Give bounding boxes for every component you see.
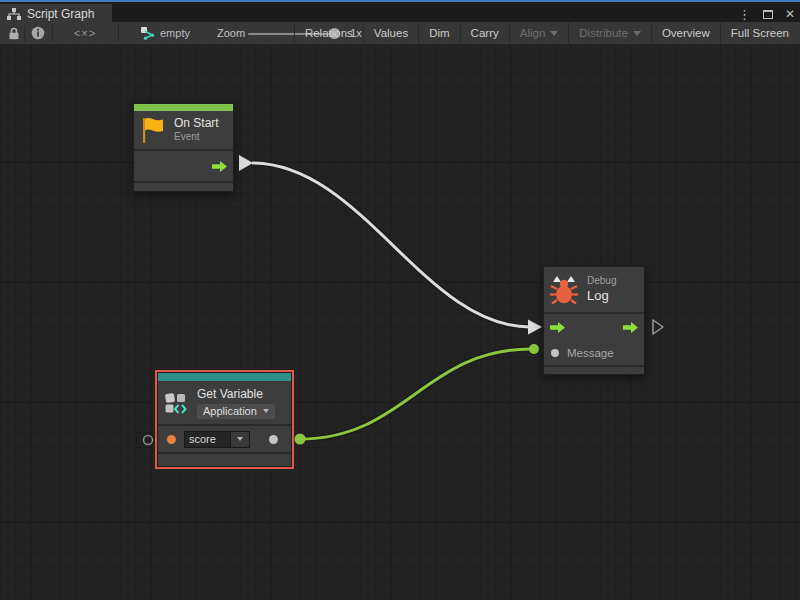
graph-tab-icon: [7, 8, 21, 21]
toolbar-button-align[interactable]: Align: [509, 22, 569, 44]
toolbar-separator: [52, 24, 53, 42]
graph-name-label: empty: [160, 27, 190, 39]
node-value-port-row: [158, 426, 291, 452]
graph-breadcrumb[interactable]: empty: [160, 22, 200, 44]
toolbar-separator: [24, 24, 25, 42]
window-controls: ⋮ ✕: [738, 5, 795, 23]
button-label: Relations: [305, 27, 353, 39]
toolbar-button-overview[interactable]: Overview: [651, 22, 720, 44]
toolbar-button-fullscreen[interactable]: Full Screen: [720, 22, 799, 44]
toolbar-button-values[interactable]: Values: [363, 22, 418, 44]
node-flow-port-row: [544, 314, 644, 340]
node-category: Debug: [587, 275, 616, 288]
message-input-port[interactable]: [551, 349, 559, 357]
flow-output-port-icon[interactable]: [623, 322, 638, 333]
graph-breadcrumb-icon-wrap: [138, 22, 158, 44]
value-wire-score-to-message[interactable]: [300, 349, 531, 439]
node-header: Get Variable Application: [158, 381, 291, 424]
script-graph-window: Script Graph ⋮ ✕ <×>: [0, 0, 800, 600]
title-bar: Script Graph ⋮ ✕: [0, 0, 800, 22]
maximize-icon[interactable]: [763, 10, 773, 19]
node-accent-bar: [134, 104, 233, 111]
dropdown-arrow-icon: [237, 437, 243, 441]
node-debug-log[interactable]: Debug Log Message: [543, 266, 645, 375]
dropdown-arrow-icon: [633, 31, 641, 36]
dropdown-arrow-icon: [263, 409, 269, 413]
variable-name-input-port[interactable]: [167, 435, 176, 444]
value-wire-end-port[interactable]: [529, 344, 539, 354]
variable-value-output-port[interactable]: [269, 435, 278, 444]
button-label: Carry: [471, 27, 499, 39]
flow-input-port-icon[interactable]: [550, 322, 565, 333]
window-menu-icon[interactable]: ⋮: [738, 8, 751, 21]
node-title: On Start: [174, 116, 219, 131]
variable-scope-dropdown[interactable]: Application: [197, 404, 275, 419]
button-label: Values: [374, 27, 408, 39]
zoom-label: Zoom: [217, 27, 245, 39]
log-unconnected-output-port[interactable]: [653, 320, 663, 334]
node-title: Log: [587, 288, 616, 304]
toolbar-button-dim[interactable]: Dim: [418, 22, 459, 44]
button-label: Dim: [429, 27, 449, 39]
getvariable-unconnected-input-port[interactable]: [144, 436, 153, 445]
graph-toolbar: <×> empty Zoom 1x Relations: [0, 22, 800, 45]
flow-wire-onstart-to-log[interactable]: [252, 163, 530, 327]
flag-icon: [141, 116, 165, 144]
node-header: On Start Event: [134, 111, 233, 149]
tab-script-graph[interactable]: Script Graph: [0, 4, 112, 24]
toolbar-button-relations[interactable]: Relations: [294, 22, 363, 44]
node-port-row: [134, 151, 233, 181]
node-title: Get Variable: [197, 387, 275, 402]
flow-wire-end-arrow[interactable]: [528, 320, 542, 335]
button-label: Full Screen: [731, 27, 789, 39]
button-label: Align: [520, 27, 546, 39]
dropdown-arrow-icon: [550, 31, 558, 36]
button-label: Overview: [662, 27, 710, 39]
tab-title: Script Graph: [27, 7, 94, 21]
lock-button[interactable]: [4, 22, 24, 44]
flow-wire-start-arrow[interactable]: [239, 155, 253, 171]
node-get-variable[interactable]: Get Variable Application: [157, 372, 292, 467]
graph-icon: [140, 26, 156, 40]
code-toggle-icon: <×>: [74, 27, 96, 39]
graph-canvas[interactable]: On Start Event: [0, 45, 800, 600]
variable-name-dropdown[interactable]: [231, 431, 250, 448]
node-header: Debug Log: [544, 267, 644, 312]
zoom-label-wrap: Zoom: [216, 22, 246, 44]
node-on-start[interactable]: On Start Event: [133, 103, 234, 192]
button-label: Distribute: [579, 27, 628, 39]
node-value-port-row: Message: [544, 340, 644, 365]
node-footer: [158, 454, 291, 466]
node-subtitle: Event: [174, 131, 219, 144]
info-icon: [31, 26, 45, 40]
info-button[interactable]: [26, 22, 50, 44]
toolbar-button-distribute[interactable]: Distribute: [568, 22, 651, 44]
scope-label: Application: [203, 405, 257, 417]
close-icon[interactable]: ✕: [785, 8, 795, 20]
code-view-button[interactable]: <×>: [62, 22, 108, 44]
node-footer: [544, 367, 644, 376]
port-label: Message: [567, 347, 614, 359]
lock-icon: [8, 27, 20, 40]
variables-icon: [165, 392, 187, 414]
toolbar-button-carry[interactable]: Carry: [460, 22, 509, 44]
node-footer: [134, 183, 233, 193]
node-accent-bar: [158, 373, 291, 381]
selection-outline: Get Variable Application: [155, 370, 294, 469]
variable-name-input[interactable]: [184, 431, 231, 448]
value-wire-start-port[interactable]: [295, 434, 306, 445]
bug-icon: [550, 275, 578, 305]
toolbar-separator: [118, 24, 119, 42]
flow-output-port-icon[interactable]: [212, 161, 227, 172]
wire-layer: [0, 45, 800, 600]
toolbar-button-row: Relations Values Dim Carry Align Distrib…: [294, 22, 799, 44]
